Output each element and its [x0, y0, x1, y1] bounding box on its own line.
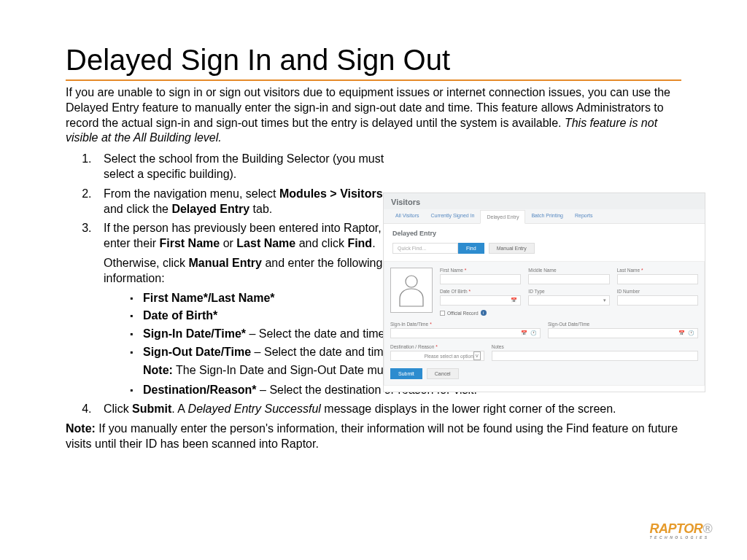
middle-name-input[interactable] — [528, 274, 609, 284]
shot-subtitle: Delayed Entry — [392, 230, 696, 237]
first-name-input[interactable] — [440, 274, 521, 284]
intro-paragraph: If you are unable to sign in or sign out… — [66, 85, 681, 146]
clock-icon: 🕐 — [530, 330, 537, 336]
logo-main: RAPTOR® — [650, 521, 712, 537]
step-4: Click Submit. A Delayed Entry Successful… — [95, 402, 693, 417]
notes-field: Notes — [492, 344, 698, 361]
destination-select[interactable]: Please select an optionv — [390, 351, 484, 361]
checkbox-icon — [440, 311, 445, 316]
step-3-bullets-2: Destination/Reason* – Select the destina… — [104, 383, 394, 398]
id-type-select[interactable]: ▾ — [528, 295, 609, 306]
clock-icon: 🕐 — [688, 330, 694, 336]
person-icon — [397, 273, 426, 308]
signout-datetime-input[interactable]: 📅🕐 — [548, 328, 698, 338]
page-title: Delayed Sign In and Sign Out — [66, 44, 681, 81]
quick-find-input[interactable]: Quick Find... — [392, 243, 458, 254]
last-name-field: Last Name* — [617, 268, 698, 284]
bullet-dob: Date of Birth* — [130, 308, 394, 324]
outro-note: Note: If you manually enter the person's… — [66, 421, 681, 452]
last-name-input[interactable] — [617, 274, 698, 284]
bullet-names: First Name*/Last Name* — [130, 291, 394, 306]
tab-reports[interactable]: Reports — [569, 209, 599, 223]
avatar-placeholder — [390, 268, 433, 313]
calendar-icon: 📅 — [521, 330, 527, 336]
id-type-field: ID Type▾ — [528, 289, 609, 306]
step-3-sub: Otherwise, click Manual Entry and enter … — [104, 256, 394, 287]
dob-input[interactable]: 📅 — [440, 295, 521, 306]
signout-datetime-field: Sign-Out Date/Time📅🕐 — [548, 322, 698, 338]
id-number-field: ID Number — [617, 289, 698, 306]
dob-field: Date Of Birth*📅 — [440, 289, 521, 306]
official-record-checkbox[interactable]: Official Recordi — [440, 310, 698, 316]
logo-sub: TECHNOLOGIES — [650, 535, 712, 540]
shot-tabs: All Visitors Currently Signed In Delayed… — [384, 209, 705, 224]
tab-all-visitors[interactable]: All Visitors — [390, 209, 425, 223]
manual-entry-button[interactable]: Manual Entry — [489, 243, 535, 254]
chevron-down-icon: v — [473, 351, 481, 360]
step-3-bullets: First Name*/Last Name* Date of Birth* Si… — [104, 291, 394, 360]
first-name-field: First Name* — [440, 268, 521, 284]
middle-name-field: Middle Name — [528, 268, 609, 284]
submit-button[interactable]: Submit — [390, 368, 422, 379]
delayed-entry-screenshot: Visitors All Visitors Currently Signed I… — [383, 192, 705, 392]
step-1: Select the school from the Building Sele… — [95, 152, 394, 182]
chevron-down-icon: ▾ — [603, 298, 606, 303]
notes-input[interactable] — [492, 351, 698, 361]
signin-datetime-field: Sign-In Date/Time*📅🕐 — [390, 322, 541, 338]
tab-delayed-entry[interactable]: Delayed Entry — [480, 210, 525, 224]
destination-field: Destination / Reason*Please select an op… — [390, 344, 484, 361]
tab-batch-printing[interactable]: Batch Printing — [525, 209, 569, 223]
id-number-input[interactable] — [617, 295, 698, 306]
calendar-icon: 📅 — [511, 298, 517, 303]
raptor-logo: RAPTOR® TECHNOLOGIES — [650, 521, 712, 540]
find-button[interactable]: Find — [458, 243, 484, 254]
tab-currently-signed-in[interactable]: Currently Signed In — [425, 209, 481, 223]
cancel-button[interactable]: Cancel — [427, 368, 459, 379]
step-3: If the person has previously been entere… — [95, 221, 394, 397]
shot-panel-title: Visitors — [384, 193, 705, 209]
signin-datetime-input[interactable]: 📅🕐 — [390, 328, 541, 338]
calendar-icon: 📅 — [678, 330, 685, 336]
step-2: From the navigation menu, select Modules… — [95, 187, 394, 217]
info-icon: i — [481, 310, 487, 316]
